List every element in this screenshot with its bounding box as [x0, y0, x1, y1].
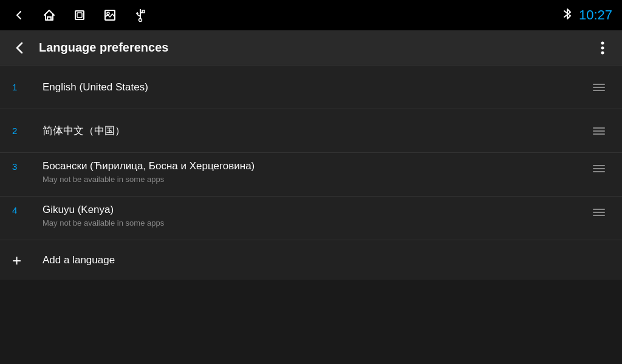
- usb-nav-icon: [131, 6, 149, 24]
- language-note-4: May not be available in some apps: [43, 218, 588, 228]
- gallery-nav-icon[interactable]: [101, 6, 119, 24]
- drag-handle-2[interactable]: [588, 123, 610, 140]
- header-bar: Language preferences: [0, 30, 622, 66]
- drag-handle-icon-4: [593, 209, 605, 216]
- drag-handle-icon-1: [593, 84, 605, 91]
- time-display: 10:27: [579, 7, 612, 23]
- svg-point-8: [139, 19, 142, 22]
- item-number-3: 3: [12, 160, 30, 172]
- add-icon: +: [12, 252, 30, 268]
- language-item-1[interactable]: 1 English (United States): [0, 66, 622, 109]
- svg-point-14: [601, 51, 604, 54]
- item-content-4: Gikuyu (Kenya) May not be available in s…: [43, 204, 588, 228]
- add-language-item[interactable]: + Add a language: [0, 240, 622, 280]
- drag-handle-1[interactable]: [588, 79, 610, 96]
- page-title: Language preferences: [39, 41, 593, 55]
- item-content-1: English (United States): [43, 73, 588, 102]
- back-nav-icon[interactable]: [10, 6, 28, 24]
- drag-handle-3[interactable]: [588, 160, 610, 177]
- svg-rect-0: [47, 17, 51, 20]
- language-item-4[interactable]: 4 Gikuyu (Kenya) May not be available in…: [0, 197, 622, 240]
- language-list: 1 English (United States) 2 简体中文（中国） 3: [0, 66, 622, 280]
- more-options-button[interactable]: [593, 38, 612, 58]
- drag-handle-icon-2: [593, 127, 605, 135]
- language-name-2: 简体中文（中国）: [43, 124, 588, 138]
- language-name-4: Gikuyu (Kenya): [43, 204, 588, 216]
- svg-point-12: [601, 41, 604, 44]
- language-item-2[interactable]: 2 简体中文（中国）: [0, 109, 622, 153]
- bluetooth-icon: [563, 7, 572, 24]
- svg-point-13: [601, 46, 604, 49]
- item-content-3: Босански (Ћирилица, Босна и Херцеговина)…: [43, 160, 588, 184]
- language-name-3: Босански (Ћирилица, Босна и Херцеговина): [43, 160, 588, 172]
- recents-nav-icon[interactable]: [70, 6, 89, 24]
- item-number-2: 2: [12, 126, 30, 136]
- svg-rect-1: [75, 11, 84, 19]
- home-nav-icon[interactable]: [40, 6, 58, 24]
- back-button[interactable]: [10, 38, 29, 58]
- item-number-1: 1: [12, 82, 30, 92]
- item-content-2: 简体中文（中国）: [43, 115, 588, 146]
- language-item-3[interactable]: 3 Босански (Ћирилица, Босна и Херцеговин…: [0, 153, 622, 197]
- status-indicators: 10:27: [563, 7, 612, 24]
- language-name-1: English (United States): [43, 81, 588, 93]
- nav-icons: [10, 6, 149, 24]
- drag-handle-4[interactable]: [588, 204, 610, 221]
- drag-handle-icon-3: [593, 165, 605, 172]
- add-language-label: Add a language: [43, 254, 115, 266]
- item-number-4: 4: [12, 204, 30, 215]
- language-note-3: May not be available in some apps: [43, 175, 588, 184]
- svg-rect-2: [77, 13, 82, 18]
- status-bar: 10:27: [0, 0, 622, 30]
